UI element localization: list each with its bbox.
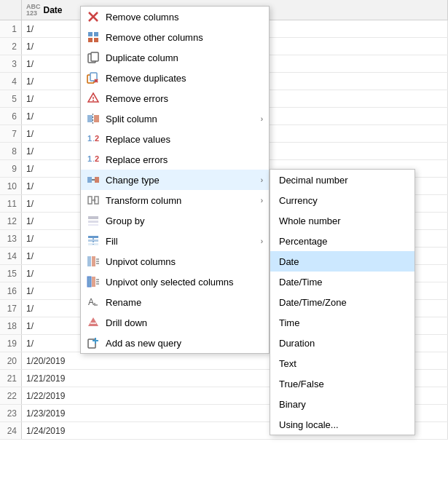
change-type-submenu: Decimal numberCurrencyWhole numberPercen…	[270, 169, 415, 435]
drill-icon	[87, 316, 100, 329]
menu-label-split-column: Split column	[106, 114, 255, 124]
menu-label-group-by: Group by	[106, 215, 263, 226]
menu-label-unpivot-columns: Unpivot columns	[106, 256, 263, 267]
context-menu: Remove columnsRemove other columnsDuplic…	[80, 6, 270, 354]
menu-label-remove-duplicates: Remove duplicates	[106, 73, 263, 84]
svg-rect-7	[91, 52, 98, 61]
unpivot-sel-icon	[87, 275, 100, 288]
row-number: 7	[0, 125, 22, 142]
row-number: 4	[0, 73, 22, 90]
menu-label-unpivot-selected: Unpivot only selected columns	[106, 277, 263, 288]
submenu-item-binary[interactable]: Binary	[270, 394, 414, 414]
menu-item-add-query[interactable]: Add as new query	[81, 333, 269, 353]
row-number: 17	[0, 300, 22, 317]
row-number: 22	[0, 387, 22, 404]
menu-item-unpivot-columns[interactable]: Unpivot columns	[81, 251, 269, 272]
submenu-item-date[interactable]: Date	[270, 251, 414, 272]
svg-rect-32	[88, 224, 98, 226]
submenu-item-decimal[interactable]: Decimal number	[270, 170, 414, 190]
svg-rect-2	[88, 32, 93, 36]
menu-item-fill[interactable]: Fill›	[81, 231, 269, 251]
menu-item-replace-errors[interactable]: 1.2Replace errors	[81, 149, 269, 170]
menu-label-replace-errors: Replace errors	[106, 154, 263, 165]
row-number: 20	[0, 352, 22, 369]
menu-label-transform-column: Transform column	[106, 195, 255, 206]
dup-icon	[87, 51, 100, 64]
row-number: 19	[0, 335, 22, 352]
replace-icon: 1.2	[87, 132, 100, 146]
submenu-item-percentage[interactable]: Percentage	[270, 231, 414, 251]
remove-err-icon	[87, 92, 100, 105]
row-number: 11	[0, 195, 22, 212]
svg-rect-23	[87, 177, 92, 183]
replace-err-icon: 1.2	[87, 153, 100, 166]
transform-icon	[87, 194, 100, 207]
menu-item-transform-column[interactable]: Transform column›	[81, 190, 269, 210]
menu-label-duplicate-column: Duplicate column	[106, 52, 263, 63]
menu-item-replace-values[interactable]: 1.2Replace values	[81, 129, 269, 149]
add-query-icon	[87, 336, 100, 349]
submenu-item-currency[interactable]: Currency	[270, 190, 414, 210]
submenu-arrow-icon: ›	[261, 176, 263, 184]
menu-label-remove-columns: Remove columns	[106, 12, 263, 23]
menu-item-unpivot-selected[interactable]: Unpivot only selected columns	[81, 272, 269, 292]
submenu-item-using-locale[interactable]: Using locale...	[270, 414, 414, 435]
menu-label-change-type: Change type	[106, 175, 255, 186]
submenu-arrow-icon: ›	[261, 115, 263, 123]
menu-item-group-by[interactable]: Group by	[81, 210, 269, 231]
svg-rect-15	[94, 115, 99, 122]
submenu-item-whole-number[interactable]: Whole number	[270, 210, 414, 231]
submenu-item-truefalse[interactable]: True/False	[270, 373, 414, 394]
column-name: Date	[44, 5, 63, 15]
submenu-item-text[interactable]: Text	[270, 353, 414, 373]
menu-item-split-column[interactable]: Split column›	[81, 108, 269, 129]
svg-rect-37	[92, 256, 95, 266]
type-badge: ABC123	[26, 4, 41, 17]
menu-label-add-query: Add as new query	[106, 338, 263, 349]
submenu-item-datetime[interactable]: Date/Time	[270, 272, 414, 292]
svg-text:1: 1	[87, 134, 92, 143]
svg-rect-29	[95, 197, 98, 204]
row-number: 24	[0, 422, 22, 439]
unpivot-icon	[87, 255, 100, 268]
menu-label-fill: Fill	[106, 236, 255, 247]
row-number: 12	[0, 213, 22, 229]
svg-rect-39	[92, 277, 95, 287]
menu-item-remove-columns[interactable]: Remove columns	[81, 7, 269, 27]
split-icon	[87, 112, 100, 125]
row-number: 13	[0, 230, 22, 247]
row-number: 21	[0, 370, 22, 387]
svg-rect-31	[88, 221, 98, 223]
menu-item-change-type[interactable]: Change type›	[81, 170, 269, 190]
row-number: 3	[0, 55, 22, 72]
menu-item-rename[interactable]: ARename	[81, 292, 269, 312]
submenu-item-duration[interactable]: Duration	[270, 333, 414, 353]
svg-rect-4	[88, 38, 93, 42]
submenu-arrow-icon: ›	[261, 237, 263, 245]
svg-rect-24	[95, 177, 99, 183]
menu-label-rename: Rename	[106, 297, 263, 308]
svg-rect-33	[88, 236, 98, 238]
group-icon	[87, 214, 100, 227]
row-number: 2	[0, 38, 22, 55]
menu-item-drill-down[interactable]: Drill down	[81, 312, 269, 333]
changetype-icon	[87, 173, 100, 186]
menu-item-remove-other-columns[interactable]: Remove other columns	[81, 27, 269, 47]
row-number-header	[0, 0, 22, 20]
menu-item-remove-duplicates[interactable]: Remove duplicates	[81, 68, 269, 88]
row-number: 23	[0, 405, 22, 421]
svg-rect-14	[87, 115, 93, 122]
svg-text:1: 1	[87, 154, 92, 163]
svg-rect-30	[88, 216, 98, 219]
menu-item-duplicate-column[interactable]: Duplicate column	[81, 47, 269, 68]
row-number: 9	[0, 160, 22, 177]
svg-point-13	[93, 100, 94, 101]
svg-text:2: 2	[95, 154, 99, 163]
svg-rect-36	[87, 256, 91, 266]
row-number: 6	[0, 108, 22, 124]
submenu-item-datetimezone[interactable]: Date/Time/Zone	[270, 292, 414, 312]
menu-item-remove-errors[interactable]: Remove errors	[81, 88, 269, 108]
svg-text:2: 2	[95, 134, 99, 143]
submenu-item-time[interactable]: Time	[270, 312, 414, 333]
submenu-arrow-icon: ›	[261, 197, 263, 205]
